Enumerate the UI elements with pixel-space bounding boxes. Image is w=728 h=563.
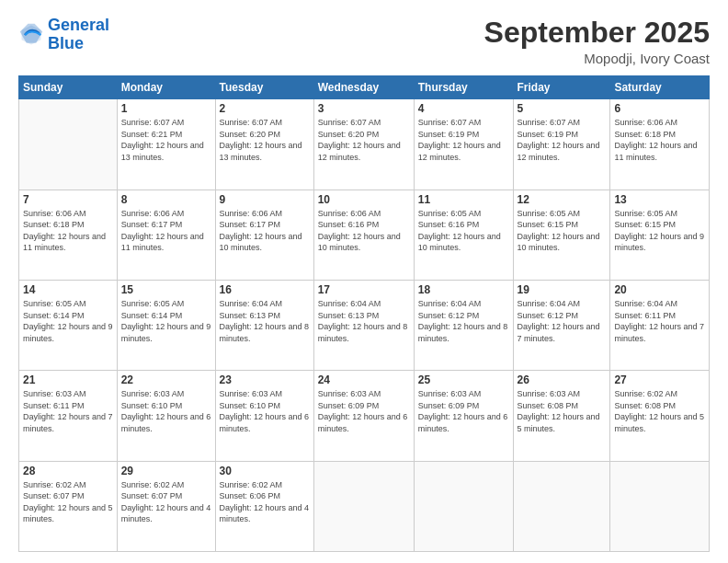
calendar-cell: 23Sunrise: 6:03 AM Sunset: 6:10 PM Dayli… bbox=[215, 371, 313, 461]
day-info: Sunrise: 6:02 AM Sunset: 6:07 PM Dayligh… bbox=[121, 479, 211, 525]
day-number: 19 bbox=[518, 283, 607, 296]
day-number: 28 bbox=[23, 465, 113, 477]
calendar-cell bbox=[19, 99, 118, 190]
day-number: 8 bbox=[121, 193, 211, 206]
calendar-week-5: 28Sunrise: 6:02 AM Sunset: 6:07 PM Dayli… bbox=[19, 461, 710, 551]
location-title: Mopodji, Ivory Coast bbox=[484, 51, 710, 66]
calendar-cell bbox=[414, 461, 513, 551]
day-info: Sunrise: 6:03 AM Sunset: 6:09 PM Dayligh… bbox=[318, 388, 410, 434]
day-info: Sunrise: 6:03 AM Sunset: 6:11 PM Dayligh… bbox=[23, 388, 113, 434]
day-info: Sunrise: 6:04 AM Sunset: 6:12 PM Dayligh… bbox=[418, 298, 509, 344]
logo-line2: Blue bbox=[48, 34, 84, 52]
calendar-week-4: 21Sunrise: 6:03 AM Sunset: 6:11 PM Dayli… bbox=[19, 371, 710, 461]
day-info: Sunrise: 6:07 AM Sunset: 6:20 PM Dayligh… bbox=[318, 117, 410, 163]
month-title: September 2025 bbox=[484, 17, 710, 49]
day-info: Sunrise: 6:02 AM Sunset: 6:08 PM Dayligh… bbox=[614, 388, 705, 434]
day-number: 12 bbox=[518, 193, 607, 206]
day-info: Sunrise: 6:02 AM Sunset: 6:07 PM Dayligh… bbox=[23, 479, 113, 525]
col-friday: Friday bbox=[513, 76, 610, 99]
day-number: 25 bbox=[418, 373, 509, 386]
calendar-cell: 19Sunrise: 6:04 AM Sunset: 6:12 PM Dayli… bbox=[513, 280, 610, 370]
calendar-cell: 13Sunrise: 6:05 AM Sunset: 6:15 PM Dayli… bbox=[610, 190, 710, 280]
calendar-cell: 30Sunrise: 6:02 AM Sunset: 6:06 PM Dayli… bbox=[215, 461, 313, 551]
calendar-cell: 17Sunrise: 6:04 AM Sunset: 6:13 PM Dayli… bbox=[313, 280, 414, 370]
calendar-cell bbox=[313, 461, 414, 551]
calendar-cell: 1Sunrise: 6:07 AM Sunset: 6:21 PM Daylig… bbox=[117, 99, 215, 190]
calendar-cell: 9Sunrise: 6:06 AM Sunset: 6:17 PM Daylig… bbox=[215, 190, 313, 280]
calendar-cell: 5Sunrise: 6:07 AM Sunset: 6:19 PM Daylig… bbox=[513, 99, 610, 190]
calendar-cell: 25Sunrise: 6:03 AM Sunset: 6:09 PM Dayli… bbox=[414, 371, 513, 461]
calendar-cell: 12Sunrise: 6:05 AM Sunset: 6:15 PM Dayli… bbox=[513, 190, 610, 280]
day-number: 3 bbox=[318, 102, 410, 115]
day-info: Sunrise: 6:06 AM Sunset: 6:17 PM Dayligh… bbox=[121, 208, 211, 254]
day-number: 4 bbox=[418, 102, 509, 115]
calendar-cell: 27Sunrise: 6:02 AM Sunset: 6:08 PM Dayli… bbox=[610, 371, 710, 461]
day-info: Sunrise: 6:06 AM Sunset: 6:17 PM Dayligh… bbox=[220, 208, 310, 254]
col-thursday: Thursday bbox=[414, 76, 513, 99]
day-info: Sunrise: 6:06 AM Sunset: 6:16 PM Dayligh… bbox=[318, 208, 410, 254]
day-info: Sunrise: 6:05 AM Sunset: 6:16 PM Dayligh… bbox=[418, 208, 509, 254]
calendar-week-3: 14Sunrise: 6:05 AM Sunset: 6:14 PM Dayli… bbox=[19, 280, 710, 370]
col-tuesday: Tuesday bbox=[215, 76, 313, 99]
header-row: Sunday Monday Tuesday Wednesday Thursday… bbox=[19, 76, 710, 99]
calendar-cell: 10Sunrise: 6:06 AM Sunset: 6:16 PM Dayli… bbox=[313, 190, 414, 280]
day-info: Sunrise: 6:03 AM Sunset: 6:10 PM Dayligh… bbox=[220, 388, 310, 434]
day-info: Sunrise: 6:07 AM Sunset: 6:20 PM Dayligh… bbox=[220, 117, 310, 163]
day-info: Sunrise: 6:03 AM Sunset: 6:09 PM Dayligh… bbox=[418, 388, 509, 434]
header: General Blue September 2025 Mopodji, Ivo… bbox=[18, 17, 710, 66]
col-wednesday: Wednesday bbox=[313, 76, 414, 99]
calendar-cell: 2Sunrise: 6:07 AM Sunset: 6:20 PM Daylig… bbox=[215, 99, 313, 190]
calendar-cell: 18Sunrise: 6:04 AM Sunset: 6:12 PM Dayli… bbox=[414, 280, 513, 370]
calendar-week-1: 1Sunrise: 6:07 AM Sunset: 6:21 PM Daylig… bbox=[19, 99, 710, 190]
calendar-cell: 6Sunrise: 6:06 AM Sunset: 6:18 PM Daylig… bbox=[610, 99, 710, 190]
calendar-week-2: 7Sunrise: 6:06 AM Sunset: 6:18 PM Daylig… bbox=[19, 190, 710, 280]
day-info: Sunrise: 6:07 AM Sunset: 6:19 PM Dayligh… bbox=[518, 117, 607, 163]
day-number: 16 bbox=[220, 283, 310, 296]
day-number: 18 bbox=[418, 283, 509, 296]
day-number: 1 bbox=[121, 102, 211, 115]
day-number: 5 bbox=[518, 102, 607, 115]
logo: General Blue bbox=[18, 17, 109, 53]
calendar-cell: 24Sunrise: 6:03 AM Sunset: 6:09 PM Dayli… bbox=[313, 371, 414, 461]
calendar-cell: 20Sunrise: 6:04 AM Sunset: 6:11 PM Dayli… bbox=[610, 280, 710, 370]
day-info: Sunrise: 6:02 AM Sunset: 6:06 PM Dayligh… bbox=[220, 479, 310, 525]
day-number: 11 bbox=[418, 193, 509, 206]
day-info: Sunrise: 6:06 AM Sunset: 6:18 PM Dayligh… bbox=[23, 208, 113, 254]
calendar-cell: 28Sunrise: 6:02 AM Sunset: 6:07 PM Dayli… bbox=[19, 461, 118, 551]
day-info: Sunrise: 6:05 AM Sunset: 6:15 PM Dayligh… bbox=[614, 208, 705, 254]
day-number: 20 bbox=[614, 283, 705, 296]
calendar-cell: 11Sunrise: 6:05 AM Sunset: 6:16 PM Dayli… bbox=[414, 190, 513, 280]
day-number: 13 bbox=[614, 193, 705, 206]
day-number: 10 bbox=[318, 193, 410, 206]
day-number: 27 bbox=[614, 373, 705, 386]
calendar-table: Sunday Monday Tuesday Wednesday Thursday… bbox=[18, 75, 710, 552]
day-number: 29 bbox=[121, 465, 211, 477]
col-saturday: Saturday bbox=[610, 76, 710, 99]
day-number: 14 bbox=[23, 283, 113, 296]
title-block: September 2025 Mopodji, Ivory Coast bbox=[484, 17, 710, 66]
day-info: Sunrise: 6:04 AM Sunset: 6:11 PM Dayligh… bbox=[614, 298, 705, 344]
day-info: Sunrise: 6:05 AM Sunset: 6:15 PM Dayligh… bbox=[518, 208, 607, 254]
calendar-cell: 22Sunrise: 6:03 AM Sunset: 6:10 PM Dayli… bbox=[117, 371, 215, 461]
calendar-cell: 14Sunrise: 6:05 AM Sunset: 6:14 PM Dayli… bbox=[19, 280, 118, 370]
calendar-cell: 21Sunrise: 6:03 AM Sunset: 6:11 PM Dayli… bbox=[19, 371, 118, 461]
day-number: 24 bbox=[318, 373, 410, 386]
calendar-cell: 4Sunrise: 6:07 AM Sunset: 6:19 PM Daylig… bbox=[414, 99, 513, 190]
day-number: 21 bbox=[23, 373, 113, 386]
logo-line1: General bbox=[48, 16, 109, 34]
day-info: Sunrise: 6:03 AM Sunset: 6:08 PM Dayligh… bbox=[518, 388, 607, 434]
day-info: Sunrise: 6:07 AM Sunset: 6:19 PM Dayligh… bbox=[418, 117, 509, 163]
day-number: 7 bbox=[23, 193, 113, 206]
day-number: 17 bbox=[318, 283, 410, 296]
calendar-cell: 7Sunrise: 6:06 AM Sunset: 6:18 PM Daylig… bbox=[19, 190, 118, 280]
logo-icon bbox=[18, 22, 44, 48]
logo-text: General Blue bbox=[48, 17, 109, 53]
day-info: Sunrise: 6:03 AM Sunset: 6:10 PM Dayligh… bbox=[121, 388, 211, 434]
day-number: 30 bbox=[220, 465, 310, 477]
day-number: 23 bbox=[220, 373, 310, 386]
day-number: 26 bbox=[518, 373, 607, 386]
calendar-cell: 16Sunrise: 6:04 AM Sunset: 6:13 PM Dayli… bbox=[215, 280, 313, 370]
day-number: 6 bbox=[614, 102, 705, 115]
calendar-header: Sunday Monday Tuesday Wednesday Thursday… bbox=[19, 76, 710, 99]
calendar-cell: 15Sunrise: 6:05 AM Sunset: 6:14 PM Dayli… bbox=[117, 280, 215, 370]
